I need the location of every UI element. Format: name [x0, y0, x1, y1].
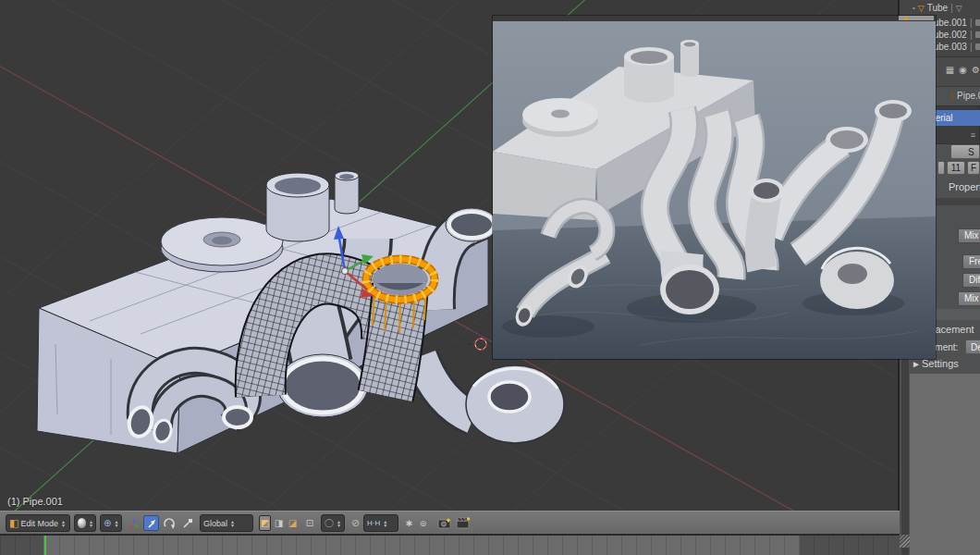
render-image-canvas	[493, 21, 936, 359]
snap-increment-icon: H·H	[367, 519, 380, 527]
displacement-value-button[interactable]: Default	[965, 339, 980, 354]
selected-edge-ring[interactable]	[366, 259, 435, 300]
proportional-edit-dropdown[interactable]: ◯ ▴▾	[321, 514, 345, 532]
outliner-item-tube[interactable]: • ▽ Tube | ▽	[913, 2, 962, 14]
pivot-icon: ⊕	[104, 518, 111, 528]
mode-dropdown[interactable]: ◧ Edit Mode ▴▾	[6, 514, 70, 532]
scale-manipulator-icon[interactable]	[178, 515, 194, 531]
dropdown-arrows-icon: ▴▾	[231, 520, 234, 527]
dropdown-arrows-icon: ▴▾	[90, 520, 92, 527]
disclosure-dot-icon: •	[913, 4, 915, 12]
dropdown-arrows-icon: ▴▾	[115, 520, 117, 527]
shading-sphere-icon	[78, 518, 86, 528]
node-fresnel-button[interactable]: Fresnel	[962, 254, 980, 269]
overlay-ui-dot-icon	[904, 17, 908, 20]
orientation-dropdown[interactable]: Global ▴▾	[200, 514, 253, 532]
object-info-label: (1) Pipe.001	[7, 496, 63, 507]
pivot-point-dropdown[interactable]: ⊕ ▴▾	[100, 514, 122, 532]
snap-magnet-icon[interactable]: ⊘	[349, 515, 361, 531]
mesh-data-icon: ▽	[918, 4, 925, 13]
datablock-browse-button[interactable]	[937, 161, 945, 175]
resize-grip[interactable]	[900, 535, 910, 548]
node-mix-shader-button[interactable]: Mix Shader	[958, 228, 980, 243]
viewport-shading-dropdown[interactable]: ▴▾	[74, 514, 96, 532]
properties-tab-icon[interactable]: ◉	[957, 65, 969, 79]
object-cube-icon	[951, 92, 953, 100]
restrict-icon: ▽	[956, 4, 962, 13]
node-diffuse-button[interactable]: Diffuse BSDF	[962, 273, 980, 288]
restrict-icon[interactable]	[975, 43, 980, 50]
snap-peel-icon[interactable]: ⊚	[417, 515, 429, 531]
outliner-item-tube002[interactable]: Tube.002 |	[928, 29, 980, 41]
node-mix-shader-button[interactable]: Mix Shader	[958, 291, 980, 306]
opengl-render-anim-icon[interactable]	[455, 515, 472, 531]
settings-panel-arrow-icon: ►	[912, 359, 921, 369]
render-preview-image	[493, 16, 936, 359]
panel-empty-area	[910, 374, 980, 555]
timeline-after-range	[800, 536, 900, 555]
dropdown-arrows-icon: ▴▾	[384, 520, 386, 527]
fake-user-button[interactable]: F	[967, 161, 980, 175]
dropdown-arrows-icon: ▴▾	[337, 520, 340, 527]
editmode-icon: ◧	[9, 518, 18, 528]
opengl-render-icon[interactable]	[436, 515, 453, 531]
translate-manipulator-icon[interactable]	[143, 515, 159, 531]
edge-select-icon[interactable]: ◨	[273, 515, 285, 531]
properties-panel-label: Properties	[949, 181, 980, 192]
properties-tab-icon[interactable]: ▦	[944, 65, 956, 79]
object-disc[interactable]	[161, 217, 283, 272]
slot-menu-icon[interactable]: ≡	[971, 130, 975, 140]
orientation-label: Global	[203, 519, 227, 528]
render-disc	[522, 98, 598, 137]
vertex-select-icon[interactable]: ◩	[259, 515, 271, 531]
mode-label: Edit Mode	[20, 519, 58, 528]
surface-button[interactable]: S	[950, 144, 980, 159]
timeline[interactable]	[0, 535, 900, 555]
snap-element-dropdown[interactable]: H·H ▴▾	[363, 514, 398, 532]
breadcrumb-object[interactable]: Pipe.001	[957, 91, 980, 101]
face-select-icon[interactable]: ◪	[287, 515, 299, 531]
blender-window: (1) Pipe.001 ◧ Edit Mode ▴▾ ▴▾ ⊕ ▴▾	[0, 0, 980, 555]
users-count-button[interactable]: 11	[947, 161, 965, 175]
snap-target-icon[interactable]: ✱	[403, 515, 415, 531]
properties-tab-icon[interactable]: ⚙	[970, 65, 980, 79]
outliner-item-tube001[interactable]: Tube.001 |	[928, 17, 980, 29]
viewport-header: ◧ Edit Mode ▴▾ ▴▾ ⊕ ▴▾ Global ▴▾ ◩ ◨	[0, 511, 900, 535]
object-pipe-lower-right[interactable]	[421, 356, 473, 418]
outliner-item-tube003[interactable]: Tube.003 |	[928, 41, 980, 53]
object-ring[interactable]	[466, 365, 564, 443]
rotate-manipulator-icon[interactable]	[161, 515, 177, 531]
settings-panel-heading[interactable]: Settings	[922, 358, 959, 369]
manipulator-axis-icon[interactable]	[126, 515, 141, 531]
restrict-icon[interactable]	[975, 31, 980, 38]
restrict-icon[interactable]	[975, 19, 980, 26]
timeline-playhead[interactable]	[44, 536, 46, 555]
occlude-geometry-icon[interactable]: ⊡	[303, 515, 316, 531]
timeline-before-range	[0, 536, 43, 555]
dropdown-arrows-icon: ▴▾	[62, 520, 65, 527]
render-ring	[820, 248, 894, 309]
proportional-icon: ◯	[325, 518, 334, 528]
